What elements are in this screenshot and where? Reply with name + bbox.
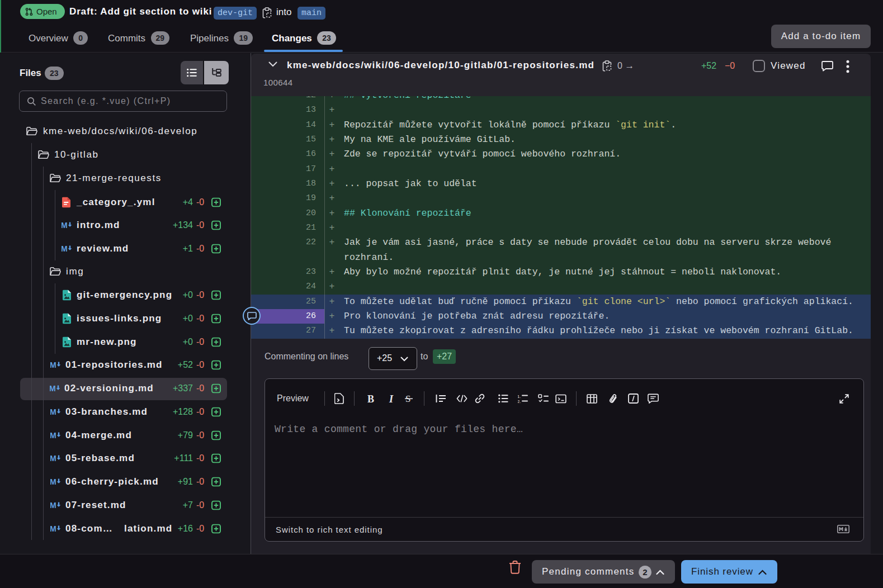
- svg-text:M: M: [50, 431, 56, 439]
- svg-text:M: M: [50, 408, 56, 416]
- svg-text:M: M: [50, 361, 56, 369]
- svg-text:M: M: [50, 478, 56, 486]
- svg-text:M: M: [50, 454, 56, 462]
- svg-text:2.: 2.: [518, 399, 521, 404]
- svg-text:M: M: [50, 525, 56, 533]
- svg-text:M: M: [50, 501, 56, 509]
- svg-text:I: I: [389, 394, 394, 404]
- svg-text:M: M: [50, 385, 56, 392]
- svg-text:B: B: [367, 394, 374, 404]
- svg-text:M: M: [62, 245, 68, 253]
- svg-text:M: M: [62, 221, 68, 229]
- svg-text:1.: 1.: [518, 394, 521, 399]
